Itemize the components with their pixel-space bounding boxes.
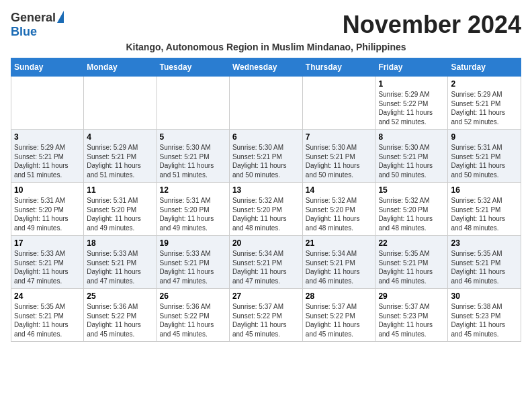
calendar-cell: 26Sunrise: 5:36 AM Sunset: 5:22 PM Dayli…	[157, 289, 229, 342]
calendar-cell: 13Sunrise: 5:32 AM Sunset: 5:20 PM Dayli…	[229, 183, 302, 236]
calendar-week-1: 1Sunrise: 5:29 AM Sunset: 5:22 PM Daylig…	[11, 77, 521, 130]
day-info: Sunrise: 5:29 AM Sunset: 5:22 PM Dayligh…	[378, 90, 445, 126]
day-info: Sunrise: 5:37 AM Sunset: 5:22 PM Dayligh…	[306, 302, 373, 338]
day-info: Sunrise: 5:37 AM Sunset: 5:23 PM Dayligh…	[378, 302, 445, 338]
calendar-cell: 2Sunrise: 5:29 AM Sunset: 5:21 PM Daylig…	[448, 77, 521, 130]
day-number: 23	[451, 238, 518, 248]
calendar-cell	[229, 77, 302, 130]
calendar-cell	[11, 77, 84, 130]
day-info: Sunrise: 5:33 AM Sunset: 5:21 PM Dayligh…	[87, 249, 153, 285]
calendar-cell: 1Sunrise: 5:29 AM Sunset: 5:22 PM Daylig…	[375, 77, 448, 130]
calendar-cell: 24Sunrise: 5:35 AM Sunset: 5:21 PM Dayli…	[11, 289, 84, 342]
day-info: Sunrise: 5:36 AM Sunset: 5:22 PM Dayligh…	[87, 302, 153, 338]
day-number: 30	[451, 291, 518, 301]
calendar-cell	[157, 77, 229, 130]
day-number: 1	[378, 79, 445, 89]
calendar-cell: 20Sunrise: 5:34 AM Sunset: 5:21 PM Dayli…	[229, 236, 302, 289]
day-number: 25	[87, 291, 153, 301]
day-info: Sunrise: 5:32 AM Sunset: 5:20 PM Dayligh…	[378, 196, 445, 232]
calendar-week-2: 3Sunrise: 5:29 AM Sunset: 5:21 PM Daylig…	[11, 130, 521, 183]
logo-general: General	[11, 11, 56, 25]
calendar-cell: 17Sunrise: 5:33 AM Sunset: 5:21 PM Dayli…	[11, 236, 84, 289]
day-info: Sunrise: 5:31 AM Sunset: 5:20 PM Dayligh…	[14, 196, 81, 232]
calendar-week-5: 24Sunrise: 5:35 AM Sunset: 5:21 PM Dayli…	[11, 289, 521, 342]
calendar-cell: 8Sunrise: 5:30 AM Sunset: 5:21 PM Daylig…	[375, 130, 448, 183]
header-friday: Friday	[375, 58, 448, 77]
calendar-table: SundayMondayTuesdayWednesdayThursdayFrid…	[11, 58, 521, 342]
calendar-cell: 21Sunrise: 5:34 AM Sunset: 5:21 PM Dayli…	[302, 236, 375, 289]
header-saturday: Saturday	[448, 58, 521, 77]
header-thursday: Thursday	[302, 58, 375, 77]
calendar-cell: 4Sunrise: 5:29 AM Sunset: 5:21 PM Daylig…	[84, 130, 157, 183]
day-info: Sunrise: 5:29 AM Sunset: 5:21 PM Dayligh…	[451, 90, 518, 126]
day-number: 13	[232, 185, 300, 195]
day-info: Sunrise: 5:31 AM Sunset: 5:20 PM Dayligh…	[87, 196, 153, 232]
day-number: 19	[160, 238, 226, 248]
calendar-header-row: SundayMondayTuesdayWednesdayThursdayFrid…	[11, 58, 521, 77]
calendar-cell: 12Sunrise: 5:31 AM Sunset: 5:20 PM Dayli…	[157, 183, 229, 236]
day-number: 4	[87, 132, 153, 142]
day-number: 20	[232, 238, 300, 248]
day-number: 28	[306, 291, 373, 301]
day-number: 17	[14, 238, 81, 248]
month-title: November 2024	[343, 11, 521, 39]
day-number: 5	[160, 132, 226, 142]
day-info: Sunrise: 5:32 AM Sunset: 5:21 PM Dayligh…	[451, 196, 518, 232]
calendar-cell: 6Sunrise: 5:30 AM Sunset: 5:21 PM Daylig…	[229, 130, 302, 183]
day-number: 12	[160, 185, 226, 195]
day-number: 3	[14, 132, 81, 142]
calendar-cell: 14Sunrise: 5:32 AM Sunset: 5:20 PM Dayli…	[302, 183, 375, 236]
header-monday: Monday	[84, 58, 157, 77]
calendar-cell: 28Sunrise: 5:37 AM Sunset: 5:22 PM Dayli…	[302, 289, 375, 342]
day-number: 24	[14, 291, 81, 301]
day-info: Sunrise: 5:33 AM Sunset: 5:21 PM Dayligh…	[14, 249, 81, 285]
page-subtitle: Kitango, Autonomous Region in Muslim Min…	[11, 42, 521, 52]
day-info: Sunrise: 5:29 AM Sunset: 5:21 PM Dayligh…	[14, 143, 81, 179]
day-info: Sunrise: 5:34 AM Sunset: 5:21 PM Dayligh…	[306, 249, 373, 285]
calendar-cell: 27Sunrise: 5:37 AM Sunset: 5:22 PM Dayli…	[229, 289, 302, 342]
day-number: 9	[451, 132, 518, 142]
day-number: 22	[378, 238, 445, 248]
header-tuesday: Tuesday	[157, 58, 229, 77]
calendar-cell: 11Sunrise: 5:31 AM Sunset: 5:20 PM Dayli…	[84, 183, 157, 236]
calendar-week-3: 10Sunrise: 5:31 AM Sunset: 5:20 PM Dayli…	[11, 183, 521, 236]
day-number: 16	[451, 185, 518, 195]
day-info: Sunrise: 5:38 AM Sunset: 5:23 PM Dayligh…	[451, 302, 518, 338]
day-info: Sunrise: 5:31 AM Sunset: 5:20 PM Dayligh…	[160, 196, 226, 232]
header-sunday: Sunday	[11, 58, 84, 77]
day-info: Sunrise: 5:35 AM Sunset: 5:21 PM Dayligh…	[451, 249, 518, 285]
header-wednesday: Wednesday	[229, 58, 302, 77]
day-info: Sunrise: 5:32 AM Sunset: 5:20 PM Dayligh…	[232, 196, 300, 232]
logo-triangle-icon	[57, 11, 64, 23]
calendar-cell: 23Sunrise: 5:35 AM Sunset: 5:21 PM Dayli…	[448, 236, 521, 289]
day-info: Sunrise: 5:35 AM Sunset: 5:21 PM Dayligh…	[378, 249, 445, 285]
calendar-cell	[302, 77, 375, 130]
calendar-cell: 19Sunrise: 5:33 AM Sunset: 5:21 PM Dayli…	[157, 236, 229, 289]
calendar-week-4: 17Sunrise: 5:33 AM Sunset: 5:21 PM Dayli…	[11, 236, 521, 289]
day-number: 10	[14, 185, 81, 195]
calendar-cell: 16Sunrise: 5:32 AM Sunset: 5:21 PM Dayli…	[448, 183, 521, 236]
day-number: 8	[378, 132, 445, 142]
day-info: Sunrise: 5:32 AM Sunset: 5:20 PM Dayligh…	[306, 196, 373, 232]
calendar-cell: 3Sunrise: 5:29 AM Sunset: 5:21 PM Daylig…	[11, 130, 84, 183]
calendar-cell: 29Sunrise: 5:37 AM Sunset: 5:23 PM Dayli…	[375, 289, 448, 342]
day-info: Sunrise: 5:29 AM Sunset: 5:21 PM Dayligh…	[87, 143, 153, 179]
calendar-cell: 22Sunrise: 5:35 AM Sunset: 5:21 PM Dayli…	[375, 236, 448, 289]
day-number: 14	[306, 185, 373, 195]
day-info: Sunrise: 5:33 AM Sunset: 5:21 PM Dayligh…	[160, 249, 226, 285]
day-number: 21	[306, 238, 373, 248]
calendar-cell: 5Sunrise: 5:30 AM Sunset: 5:21 PM Daylig…	[157, 130, 229, 183]
calendar-cell: 18Sunrise: 5:33 AM Sunset: 5:21 PM Dayli…	[84, 236, 157, 289]
day-number: 6	[232, 132, 300, 142]
day-info: Sunrise: 5:30 AM Sunset: 5:21 PM Dayligh…	[160, 143, 226, 179]
calendar-cell: 15Sunrise: 5:32 AM Sunset: 5:20 PM Dayli…	[375, 183, 448, 236]
day-number: 15	[378, 185, 445, 195]
calendar-cell: 9Sunrise: 5:31 AM Sunset: 5:21 PM Daylig…	[448, 130, 521, 183]
day-info: Sunrise: 5:30 AM Sunset: 5:21 PM Dayligh…	[232, 143, 300, 179]
day-info: Sunrise: 5:37 AM Sunset: 5:22 PM Dayligh…	[232, 302, 300, 338]
day-number: 2	[451, 79, 518, 89]
calendar-cell: 7Sunrise: 5:30 AM Sunset: 5:21 PM Daylig…	[302, 130, 375, 183]
logo: General Blue	[11, 11, 64, 39]
day-number: 7	[306, 132, 373, 142]
day-info: Sunrise: 5:30 AM Sunset: 5:21 PM Dayligh…	[306, 143, 373, 179]
